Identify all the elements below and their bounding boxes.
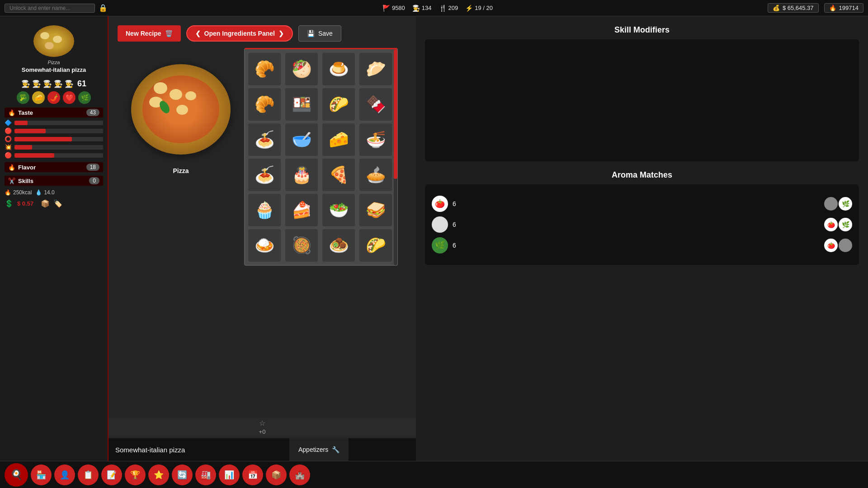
taste-label: 🔥 Taste — [8, 109, 33, 116]
ingredient-cell-17[interactable]: 🍰 — [285, 194, 318, 226]
skills-badge: 0 — [89, 177, 99, 184]
ingredient-cell-22[interactable]: 🧆 — [322, 229, 355, 262]
pepper-icon: 🌶️ — [47, 91, 60, 104]
ingredient-cell-1[interactable]: 🥙 — [285, 53, 318, 85]
pizza-visual-area: Pizza — [118, 55, 244, 174]
aroma-m-empty-3 — [839, 239, 852, 252]
ingredient-cell-6[interactable]: 🌮 — [322, 88, 355, 121]
ingredient-cell-14[interactable]: 🍕 — [322, 159, 355, 191]
htx-icon: ⚡ — [465, 5, 473, 12]
weight-val: 14.0 — [44, 189, 54, 196]
leaf-icon: 🌿 — [78, 91, 91, 104]
aroma-matches-icons-1: 🌿 — [824, 197, 852, 211]
ingredient-cell-9[interactable]: 🥣 — [285, 123, 318, 156]
flavor-icon: 🔥 — [8, 164, 15, 171]
nav-favorites-button[interactable]: ⭐ — [148, 465, 169, 485]
rating-bar: ☆ +0 — [108, 418, 416, 436]
nav-exchange-button[interactable]: 🔄 — [172, 465, 193, 485]
open-ingredients-button[interactable]: ❮ Open Ingredients Panel ❯ — [186, 25, 293, 42]
pizza-name-label: Somewhat-italian pizza — [5, 66, 103, 73]
nav-home-button[interactable]: 🍳 — [5, 463, 28, 487]
save-label: Save — [318, 30, 333, 37]
price-icon: 💲 — [5, 199, 14, 208]
aroma-m-leaf-1: 🌿 — [839, 197, 852, 211]
bar-icon-2: 🔴 — [5, 127, 12, 134]
ingredient-cell-20[interactable]: 🍛 — [248, 229, 281, 262]
aroma-m-tomato-3: 🍅 — [824, 239, 838, 252]
ingredient-cell-23[interactable]: 🌮 — [359, 229, 392, 262]
nav-stats-button[interactable]: 📊 — [219, 465, 240, 485]
ingredient-cell-13[interactable]: 🎂 — [285, 159, 318, 191]
aroma-matches-icons-3: 🍅 — [824, 239, 852, 252]
skills-section: ✂️ Skills 0 — [5, 176, 103, 186]
points-box: 🔥 199714 — [824, 3, 863, 13]
bar-fill-2 — [14, 129, 46, 133]
nav-recipes-button[interactable]: 📝 — [101, 465, 122, 485]
aroma-icon-3: 🌿 — [432, 237, 448, 253]
save-button[interactable]: 💾 Save — [298, 25, 341, 42]
flag-icon: 🚩 — [382, 5, 390, 12]
ingredient-cell-12[interactable]: 🍝 — [248, 159, 281, 191]
food-icon-17: 🍰 — [292, 202, 312, 218]
ingredient-cell-18[interactable]: 🥗 — [322, 194, 355, 226]
food-icon-14: 🍕 — [329, 167, 349, 183]
nav-calendar-button[interactable]: 📅 — [242, 465, 263, 485]
ingredient-cell-19[interactable]: 🥪 — [359, 194, 392, 226]
aroma-count-2: 6 — [453, 221, 462, 228]
nav-factory-button[interactable]: 🏭 — [195, 465, 216, 485]
name-input[interactable] — [5, 4, 95, 13]
fire-icon: 🔥 — [5, 189, 11, 196]
flavor-label: 🔥 Flavor — [8, 164, 36, 171]
food-icon-3: 🥟 — [366, 61, 386, 77]
ingredient-cell-3[interactable]: 🥟 — [359, 53, 392, 85]
scroll-bar[interactable] — [394, 49, 397, 265]
food-icon-1: 🥙 — [292, 61, 312, 77]
nav-orders-button[interactable]: 📋 — [78, 465, 99, 485]
taste-bar-5: 🔴 — [5, 152, 103, 159]
taste-section: 🔥 Taste 43 🔷 🔴 ⭕ 💥 — [5, 108, 103, 159]
lock-icon: 🔒 — [99, 4, 108, 12]
chef-icon-2: 👨‍🍳 — [32, 80, 41, 88]
skill-modifiers-box — [425, 39, 859, 161]
nav-delivery-button[interactable]: 🏆 — [125, 465, 146, 485]
taste-bar-1: 🔷 — [5, 119, 103, 126]
skills-label: ✂️ Skills — [8, 178, 33, 184]
bar-fill-1 — [14, 121, 28, 125]
bar-bg-1 — [14, 121, 103, 125]
new-recipe-button[interactable]: New Recipe 🗑️ — [118, 25, 181, 42]
ingredient-cell-5[interactable]: 🍱 — [285, 88, 318, 121]
nav-profile-button[interactable]: 👤 — [54, 465, 75, 485]
nav-inventory-button[interactable]: 📦 — [266, 465, 287, 485]
ingredient-cell-10[interactable]: 🧀 — [322, 123, 355, 156]
heart-icon: ❤️ — [63, 91, 75, 104]
skills-icon: ✂️ — [8, 178, 15, 184]
aroma-count-3: 6 — [453, 242, 462, 249]
ingredient-cell-15[interactable]: 🥧 — [359, 159, 392, 191]
currency-icon: 💰 — [773, 5, 780, 11]
calories-val: 250kcal — [13, 189, 32, 196]
chef-icon-1: 👨‍🍳 — [21, 80, 30, 88]
ingredient-cell-0[interactable]: 🥐 — [248, 53, 281, 85]
ingredient-cell-7[interactable]: 🍫 — [359, 88, 392, 121]
ingredient-cell-8[interactable]: 🍝 — [248, 123, 281, 156]
topbar: 🔒 🚩 9580 👨‍🍳 134 🍴 209 ⚡ 19 / 20 💰 $ 65,… — [0, 0, 868, 16]
nav-store-button[interactable]: 🏪 — [31, 465, 52, 485]
ingredient-cell-4[interactable]: 🥐 — [248, 88, 281, 121]
recipe-name-input[interactable] — [108, 438, 289, 461]
food-icon-10: 🧀 — [329, 131, 349, 148]
food-icon-15: 🥧 — [366, 167, 386, 183]
nav-castle-button[interactable]: 🏰 — [289, 465, 310, 485]
ingredient-cell-16[interactable]: 🧁 — [248, 194, 281, 226]
category-button[interactable]: Appetizers 🔧 — [289, 438, 349, 461]
ingredient-cell-21[interactable]: 🥘 — [285, 229, 318, 262]
knife-score: 209 — [448, 5, 458, 11]
ingredient-cell-11[interactable]: 🍜 — [359, 123, 392, 156]
ingredient-cell-2[interactable]: 🍮 — [322, 53, 355, 85]
recipe-name-bar: Appetizers 🔧 — [108, 438, 416, 461]
htx-val: 19 / 20 — [475, 5, 493, 11]
skills-header: ✂️ Skills 0 — [5, 176, 103, 186]
food-icon-19: 🥪 — [366, 202, 386, 218]
aroma-m-empty-1 — [824, 197, 838, 211]
ingredients-grid: 🥐🥙🍮🥟🥐🍱🌮🍫🍝🥣🧀🍜🍝🎂🍕🥧🧁🍰🥗🥪🍛🥘🧆🌮 — [248, 53, 394, 262]
htx-stat: ⚡ 19 / 20 — [465, 5, 493, 12]
